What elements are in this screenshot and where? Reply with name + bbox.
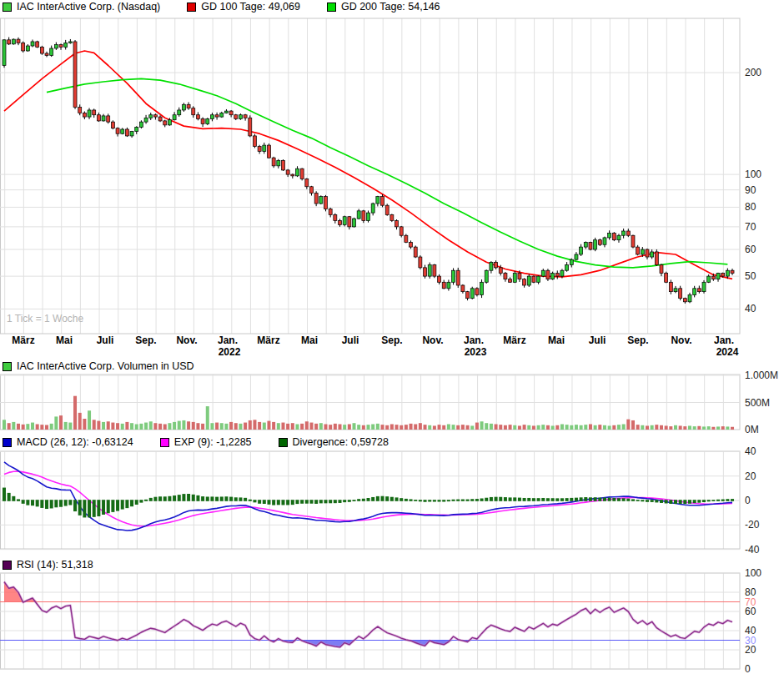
- svg-text:Juli: Juli: [589, 334, 606, 346]
- gd100-swatch-icon: [187, 3, 196, 12]
- macd-swatch-icon: [3, 438, 12, 447]
- svg-text:Nov.: Nov.: [176, 334, 197, 346]
- svg-text:100: 100: [745, 168, 761, 180]
- legend-item-volume: IAC InterActive Corp. Volumen in USD: [3, 360, 194, 372]
- svg-text:März: März: [257, 334, 279, 346]
- svg-text:Mai: Mai: [301, 334, 318, 346]
- svg-text:0M: 0M: [745, 424, 759, 435]
- exp-swatch-icon: [160, 438, 169, 447]
- svg-text:1.000M: 1.000M: [745, 370, 778, 381]
- svg-text:20: 20: [745, 470, 756, 482]
- svg-text:500M: 500M: [745, 397, 770, 409]
- svg-text:40: 40: [745, 445, 756, 457]
- svg-text:0: 0: [745, 663, 751, 675]
- macd-panel-legend: MACD (26, 12): -0,63124 EXP (9): -1,2285…: [3, 436, 415, 448]
- svg-text:Sep.: Sep.: [135, 334, 156, 346]
- svg-text:Sep.: Sep.: [381, 334, 402, 346]
- legend-item-macd: MACD (26, 12): -0,63124: [3, 436, 133, 448]
- legend-item-divergence: Divergence: 0,59728: [279, 436, 389, 448]
- svg-text:-40: -40: [745, 544, 760, 556]
- instrument-swatch-icon: [3, 3, 12, 12]
- legend-item-instrument: IAC InterActive Corp. (Nasdaq): [3, 1, 160, 13]
- svg-text:2024: 2024: [716, 346, 739, 358]
- legend-item-exp: EXP (9): -1,2285: [160, 436, 252, 448]
- svg-text:März: März: [12, 334, 34, 346]
- macd-label: MACD (26, 12): -0,63124: [17, 436, 133, 448]
- svg-text:20: 20: [745, 644, 756, 656]
- exp-label: EXP (9): -1,2285: [174, 436, 252, 448]
- svg-text:Nov.: Nov.: [422, 334, 443, 346]
- rsi-panel-legend: RSI (14): 51,318: [3, 559, 120, 571]
- svg-text:Jan.: Jan.: [464, 334, 484, 346]
- rsi-label: RSI (14): 51,318: [17, 559, 93, 571]
- svg-text:80: 80: [745, 201, 756, 213]
- svg-text:50: 50: [745, 270, 756, 282]
- svg-text:Mai: Mai: [548, 334, 565, 346]
- svg-text:2023: 2023: [465, 346, 487, 358]
- volume-panel-legend: IAC InterActive Corp. Volumen in USD: [3, 360, 221, 372]
- volume-swatch-icon: [3, 362, 12, 371]
- gd200-swatch-icon: [327, 3, 336, 12]
- price-panel-legend: IAC InterActive Corp. (Nasdaq) GD 100 Ta…: [3, 1, 467, 13]
- svg-text:70: 70: [745, 221, 756, 233]
- svg-text:-20: -20: [745, 519, 760, 531]
- svg-text:Juli: Juli: [342, 334, 359, 346]
- svg-text:90: 90: [745, 184, 756, 196]
- svg-text:60: 60: [745, 244, 756, 255]
- svg-text:40: 40: [745, 303, 756, 314]
- tick-interval-note: 1 Tick = 1 Woche: [7, 313, 83, 324]
- svg-text:60: 60: [745, 606, 756, 617]
- svg-text:Jan.: Jan.: [218, 334, 238, 346]
- gd200-label: GD 200 Tage: 54,146: [341, 1, 440, 13]
- svg-text:100: 100: [745, 567, 761, 579]
- rsi-swatch-icon: [3, 561, 12, 570]
- legend-item-gd200: GD 200 Tage: 54,146: [327, 1, 440, 13]
- stock-chart-page: { "header": { "series": [ {"label": "IAC…: [0, 0, 784, 679]
- divergence-label: Divergence: 0,59728: [293, 436, 389, 448]
- svg-text:Nov.: Nov.: [671, 334, 691, 346]
- instrument-label: IAC InterActive Corp. (Nasdaq): [17, 1, 160, 13]
- svg-text:Jan.: Jan.: [714, 334, 734, 346]
- volume-label: IAC InterActive Corp. Volumen in USD: [17, 360, 194, 372]
- svg-text:Sep.: Sep.: [627, 334, 648, 346]
- divergence-swatch-icon: [279, 438, 288, 447]
- svg-text:März: März: [503, 334, 525, 346]
- legend-item-rsi: RSI (14): 51,318: [3, 559, 93, 571]
- svg-text:Juli: Juli: [97, 334, 114, 346]
- svg-text:2022: 2022: [219, 346, 241, 358]
- svg-text:0: 0: [745, 495, 751, 506]
- legend-item-gd100: GD 100 Tage: 49,069: [187, 1, 300, 13]
- svg-text:200: 200: [745, 67, 761, 78]
- svg-text:Mai: Mai: [56, 334, 73, 346]
- chart-svg: 2001009080706050401.000M500M0M40200-20-4…: [0, 0, 784, 679]
- gd100-label: GD 100 Tage: 49,069: [201, 1, 300, 13]
